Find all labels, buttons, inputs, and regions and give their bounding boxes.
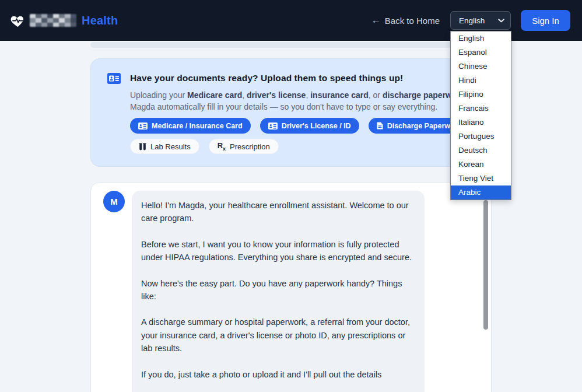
id-card-icon bbox=[268, 123, 278, 130]
lab-tubes-icon bbox=[139, 143, 146, 150]
upload-primary-buttons: Medicare / Insurance Card Driver's Licen… bbox=[130, 118, 469, 134]
language-option-korean[interactable]: Korean bbox=[451, 158, 511, 172]
chat-paragraph: If you do, just take a photo or upload i… bbox=[141, 368, 413, 381]
id-card-icon bbox=[107, 73, 121, 86]
brand-suffix: Health bbox=[82, 14, 118, 27]
chat-paragraph: Now here's the easy part. Do you have an… bbox=[141, 277, 413, 303]
language-option-tieng-viet[interactable]: Tieng Viet bbox=[451, 172, 511, 186]
left-arrow-icon: ← bbox=[371, 15, 381, 26]
language-option-arabic[interactable]: Arabic bbox=[451, 186, 511, 200]
language-option-deutsch[interactable]: Deutsch bbox=[451, 144, 511, 158]
upload-body-segment: Medicare card bbox=[187, 90, 242, 100]
page: Have your documents ready? Upload them t… bbox=[0, 0, 582, 392]
upload-body-line2: Magda automatically fill in your details… bbox=[130, 102, 437, 111]
medicare-insurance-card-button[interactable]: Medicare / Insurance Card bbox=[130, 118, 251, 134]
rx-icon: Rx bbox=[218, 142, 226, 152]
assistant-avatar: M bbox=[103, 191, 125, 212]
button-label: Lab Results bbox=[150, 142, 191, 151]
language-option-francais[interactable]: Francais bbox=[451, 102, 511, 116]
upload-body-segment: , bbox=[242, 90, 247, 100]
language-option-english[interactable]: English bbox=[451, 32, 511, 46]
prescription-button[interactable]: RxPrescription bbox=[209, 139, 279, 154]
language-option-hindi[interactable]: Hindi bbox=[451, 74, 511, 88]
language-dropdown-menu: EnglishEspanolChineseHindiFilipinoFranca… bbox=[450, 31, 511, 200]
brand-logo: Health bbox=[10, 13, 118, 29]
chat-paragraph: Before we start, I want you to know your… bbox=[141, 238, 413, 264]
assistant-message-bubble: Hello! I'm Magda, your healthcare enroll… bbox=[132, 191, 425, 392]
id-card-icon bbox=[138, 123, 148, 130]
button-label: Prescription bbox=[230, 142, 270, 151]
upload-card-title: Have your documents ready? Upload them t… bbox=[130, 73, 403, 83]
chat-card: M Hello! I'm Magda, your healthcare enro… bbox=[90, 182, 492, 392]
upload-body-line1: Uploading your Medicare card, driver's l… bbox=[130, 90, 486, 100]
chat-scrollbar-thumb[interactable] bbox=[483, 200, 488, 330]
language-option-portugues[interactable]: Portugues bbox=[451, 130, 511, 144]
language-option-filipino[interactable]: Filipino bbox=[451, 88, 511, 102]
upload-documents-card: Have your documents ready? Upload them t… bbox=[90, 58, 492, 167]
language-select[interactable]: English bbox=[450, 11, 511, 30]
upload-secondary-buttons: Lab ResultsRxPrescription bbox=[130, 139, 279, 154]
lab-results-button[interactable]: Lab Results bbox=[130, 139, 199, 154]
language-select-value: English bbox=[459, 16, 485, 25]
language-option-italiano[interactable]: Italiano bbox=[451, 116, 511, 130]
upload-body-segment: , or bbox=[369, 90, 383, 100]
chevron-down-icon bbox=[498, 19, 504, 23]
chat-paragraph: A discharge summary or hospital paperwor… bbox=[141, 316, 413, 355]
language-option-chinese[interactable]: Chinese bbox=[451, 60, 511, 74]
file-icon bbox=[377, 122, 383, 130]
brand-name-redacted bbox=[30, 14, 76, 27]
heart-pulse-icon bbox=[10, 13, 26, 29]
hidden-card-strip bbox=[90, 42, 492, 48]
upload-body-segment: insurance card bbox=[310, 90, 369, 100]
sign-in-button[interactable]: Sign In bbox=[521, 10, 570, 31]
language-option-espanol[interactable]: Espanol bbox=[451, 46, 511, 60]
upload-body-segment: Uploading your bbox=[130, 90, 187, 100]
back-to-home-label: Back to Home bbox=[385, 16, 440, 26]
upload-card-body: Uploading your Medicare card, driver's l… bbox=[130, 89, 486, 113]
chat-paragraph: Hello! I'm Magda, your healthcare enroll… bbox=[141, 199, 413, 225]
back-to-home-link[interactable]: ← Back to Home bbox=[371, 15, 440, 26]
button-label: Driver's License / ID bbox=[282, 122, 351, 130]
button-label: Medicare / Insurance Card bbox=[152, 122, 243, 130]
upload-body-segment: driver's license bbox=[247, 90, 306, 100]
driver-s-license-id-button[interactable]: Driver's License / ID bbox=[260, 118, 359, 134]
